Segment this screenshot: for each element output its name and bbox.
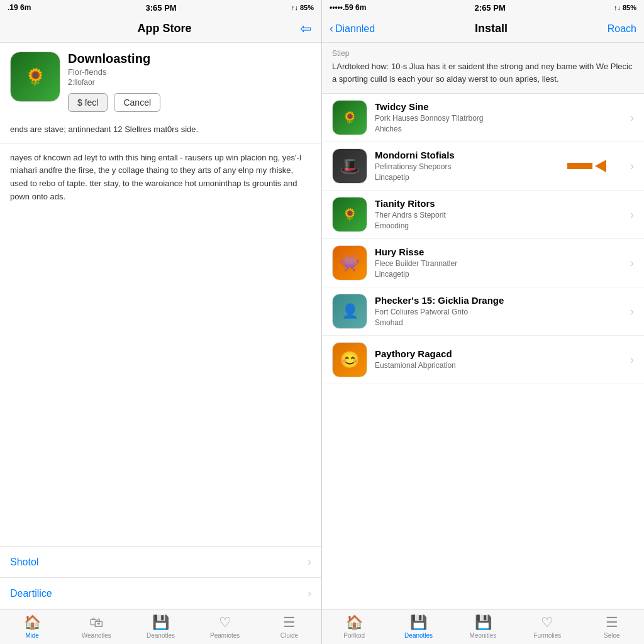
left-panel: .19 6m 3:65 PM ↑↓ 85% App Store ⇦ Downlo… [0,0,322,644]
right-status-bar: •••••.59 6m 2:65 PM ↑↓ 85% [322,0,644,15]
step-label: Stiep [332,49,634,58]
app-info: Downloasting Fior-flends 2:llofaor $ fec… [68,52,311,112]
list-app-sub-5: Eustamional Abprication [375,360,623,371]
list-app-name-1: Mondorni Stofials [375,150,623,160]
chevron-right-icon: › [308,587,311,600]
right-time: 2:65 PM [475,3,506,13]
list-app-info-5: Paythory Ragacd Eustamional Abprication [375,348,623,371]
list-app-sub-0: Pork Hauses Bonnosy Tllatrborg Ahiches [375,113,623,135]
price-button[interactable]: $ fecl [68,93,108,112]
deartilice-link[interactable]: Deartilice › [0,577,321,609]
right-status-icons: ↑↓ 85% [614,4,636,11]
share-icon[interactable]: ⇦ [300,21,311,37]
right-nav-title: Install [475,22,508,35]
list-item[interactable]: 🎩 Mondorni Stofials Pefirrationsy Shepoo… [322,142,644,191]
list-item[interactable]: Twidcy Sine Pork Hauses Bonnosy Tllatrbo… [322,94,644,142]
list-app-icon-0 [332,100,367,135]
list-app-name-3: Hury Risse [375,247,623,257]
list-app-info-4: Phecker's 15: Gicklia Drange Fort Coliur… [375,295,623,328]
arrow-head [595,160,606,172]
left-nav-bar: App Store ⇦ [0,15,321,43]
shotol-link[interactable]: Shotol › [0,546,321,577]
tab-meonitles[interactable]: 💾 Meonitles [451,614,515,639]
left-nav-title: App Store [137,22,191,35]
right-nav-bar: ‹ Diannled Install Roach [322,15,644,43]
left-tab-bar: 🏠 Mide 🛍 Weanotles 💾 Deanotles ♡ Peamiot… [0,609,321,644]
home-icon: 🏠 [24,614,41,631]
cancel-button[interactable]: Cancel [114,93,160,112]
list-app-icon-5: 😊 [332,342,367,377]
list-app-sub-2: Ther Andrs s Steporit Emooding [375,210,623,231]
list-item[interactable]: Tianity Ritors Ther Andrs s Steporit Emo… [322,191,644,239]
updates-icon: 💾 [152,614,169,631]
tab-furmolies-label: Furmolies [533,632,561,639]
list-app-icon-4: 👤 [332,294,367,329]
tab-furmolies[interactable]: ♡ Furmolies [515,614,579,639]
chevron-right-icon: › [630,305,634,318]
left-status-icons: ↑↓ 85% [291,4,314,11]
app-buttons: $ fecl Cancel [68,93,311,112]
list-app-sub-3: Flece Builder Ttrannatler Lincagetip [375,258,623,280]
list-app-icon-3: 👾 [332,245,367,280]
updates2-icon: 💾 [475,614,492,631]
tab-weanotles[interactable]: 🛍 Weanotles [64,614,128,639]
list-app-icon-2 [332,197,367,232]
list-app-name-2: Tianity Ritors [375,198,623,209]
tab-porlkod[interactable]: 🏠 Porlkod [322,614,386,639]
menu2-icon: ☰ [606,614,618,631]
heart-icon: ♡ [219,614,231,631]
list-item[interactable]: 👤 Phecker's 15: Gicklia Drange Fort Coli… [322,287,644,336]
right-panel: •••••.59 6m 2:65 PM ↑↓ 85% ‹ Diannled In… [322,0,644,644]
tab-seloe[interactable]: ☰ Seloe [580,614,644,639]
tab-seloe-label: Seloe [604,632,620,639]
arrow-annotation [567,160,606,172]
menu-icon: ☰ [283,614,296,631]
list-app-name-5: Paythory Ragacd [375,348,623,359]
back-label: Diannled [335,23,375,35]
arrow-body [567,163,592,169]
list-app-info-2: Tianity Ritors Ther Andrs s Steporit Emo… [375,198,623,231]
tab-cluide-label: Cluide [280,632,298,639]
app-name: Downloasting [68,52,311,66]
chevron-right-icon: › [630,257,634,270]
step-text: LArdtoked how: 10-s Jlua has it er saide… [332,60,634,86]
step-section: Stiep LArdtoked how: 10-s Jlua has it er… [322,43,644,94]
chevron-right-icon: › [630,160,634,173]
tab-weanotles-label: Weanotles [82,632,111,639]
app-list: Twidcy Sine Pork Hauses Bonnosy Tllatrbo… [322,94,644,609]
tab-deanotles-left[interactable]: 💾 Deanotles [128,614,192,639]
chevron-right-icon: › [630,208,634,221]
app-short-description: ends are stave; antinnedant 12 Slellres … [0,121,321,144]
right-signal: •••••.59 6m [330,3,366,12]
list-item[interactable]: 😊 Paythory Ragacd Eustamional Abpricatio… [322,336,644,384]
tab-mide[interactable]: 🏠 Mide [0,614,64,639]
chevron-right-icon: › [630,353,634,367]
left-status-bar: .19 6m 3:65 PM ↑↓ 85% [0,0,321,15]
list-app-sub-4: Fort Coliures Patworal Gnto Smohad [375,307,623,328]
tab-mide-label: Mide [25,632,39,639]
heart-icon: ♡ [541,614,553,631]
tab-peamiotes-label: Peamiotes [210,632,240,639]
app-header: Downloasting Fior-flends 2:llofaor $ fec… [0,43,321,121]
left-signal: .19 6m [8,3,31,12]
app-icon [10,52,60,102]
back-button[interactable]: ‹ Diannled [330,22,375,35]
bag-icon: 🛍 [89,614,103,631]
app-author: Fior-flends [68,67,311,77]
list-app-name-4: Phecker's 15: Gicklia Drange [375,295,623,306]
right-nav-action[interactable]: Roach [608,23,636,35]
tab-meonitles-label: Meonitles [470,632,497,639]
tab-porlkod-label: Porlkod [343,632,365,639]
home-icon: 🏠 [346,614,363,631]
tab-cluide[interactable]: ☰ Cluide [257,614,321,639]
right-tab-bar: 🏠 Porlkod 💾 Deanotles 💾 Meonitles ♡ Furm… [322,609,644,644]
tab-deanotles-left-label: Deanotles [147,632,175,639]
tab-deanotles-right[interactable]: 💾 Deanotles [386,614,450,639]
updates-icon: 💾 [410,614,427,631]
list-item[interactable]: 👾 Hury Risse Flece Builder Ttrannatler L… [322,239,644,287]
list-app-info-3: Hury Risse Flece Builder Ttrannatler Lin… [375,247,623,280]
tab-deanotles-right-label: Deanotles [404,632,433,639]
tab-peamiotes[interactable]: ♡ Peamiotes [193,614,257,639]
chevron-right-icon: › [630,111,634,125]
left-time: 3:65 PM [146,3,177,13]
